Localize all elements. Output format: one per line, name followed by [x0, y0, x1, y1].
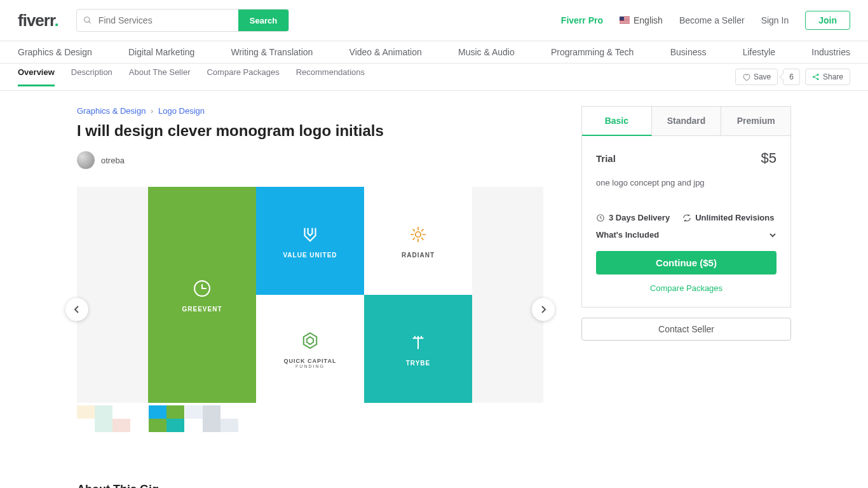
gig-title: I will design clever monogram logo initi… — [77, 122, 543, 140]
cat-digital-marketing[interactable]: Digital Marketing — [128, 47, 194, 57]
tab-recommendations[interactable]: Recommendations — [296, 67, 365, 86]
contact-seller-button[interactable]: Contact Seller — [581, 318, 791, 341]
search-button[interactable]: Search — [238, 10, 288, 31]
svg-line-5 — [814, 75, 817, 77]
cat-music-audio[interactable]: Music & Audio — [458, 47, 515, 57]
package-tab-premium[interactable]: Premium — [721, 107, 790, 136]
chevron-left-icon — [74, 305, 80, 314]
seller-avatar[interactable] — [77, 151, 95, 169]
sample-quick-capital: QUICK CAPITAL FUNDING — [256, 295, 364, 403]
search-input[interactable] — [98, 10, 238, 31]
become-seller-link[interactable]: Become a Seller — [679, 15, 745, 25]
chevron-right-icon — [540, 305, 546, 314]
fiverr-pro-link[interactable]: Fiverr Pro — [561, 15, 603, 25]
refresh-icon — [682, 214, 691, 222]
gallery-prev-button[interactable] — [65, 298, 88, 321]
breadcrumb: Graphics & Design › Logo Design — [77, 106, 543, 116]
chevron-down-icon — [769, 231, 776, 239]
gallery-next-button[interactable] — [532, 298, 555, 321]
clock-icon — [596, 214, 605, 222]
category-nav: Graphics & Design Digital Marketing Writ… — [0, 41, 868, 63]
gig-gallery: VALUE UNITED GREEVENT RADIANT QUICK CAPI… — [77, 187, 543, 432]
cat-writing-translation[interactable]: Writing & Translation — [231, 47, 313, 57]
search-icon — [77, 16, 98, 25]
cat-programming-tech[interactable]: Programming & Tech — [551, 47, 634, 57]
package-tab-standard[interactable]: Standard — [652, 107, 722, 136]
breadcrumb-category[interactable]: Graphics & Design — [77, 106, 146, 116]
share-button[interactable]: Share — [805, 69, 850, 85]
heart-icon — [742, 73, 750, 81]
us-flag-icon — [620, 17, 630, 24]
cat-industries[interactable]: Industries — [811, 47, 850, 57]
save-button[interactable]: Save — [735, 69, 778, 85]
svg-point-8 — [416, 231, 421, 237]
sample-trybe: TRYBE — [364, 295, 472, 403]
package-description: one logo concept png and jpg — [596, 178, 776, 187]
logo[interactable]: fiverr. — [18, 11, 58, 30]
svg-marker-10 — [307, 337, 313, 344]
search-box: Search — [76, 9, 289, 32]
cat-video-animation[interactable]: Video & Animation — [349, 47, 422, 57]
svg-point-0 — [85, 17, 90, 22]
breadcrumb-subcategory[interactable]: Logo Design — [158, 106, 205, 116]
cat-business[interactable]: Business — [670, 47, 707, 57]
seller-name[interactable]: otreba — [101, 156, 125, 165]
sign-in-link[interactable]: Sign In — [761, 15, 789, 25]
tab-compare-packages[interactable]: Compare Packages — [207, 67, 279, 86]
gallery-thumb-1[interactable] — [77, 405, 130, 432]
language-label: English — [634, 15, 663, 25]
gallery-thumb-2[interactable] — [131, 405, 184, 432]
delivery-time: 3 Days Delivery — [596, 213, 670, 222]
tab-overview[interactable]: Overview — [18, 67, 55, 86]
sample-radiant: RADIANT — [364, 187, 472, 295]
svg-line-1 — [89, 22, 91, 24]
cat-graphics-design[interactable]: Graphics & Design — [18, 47, 92, 57]
share-icon — [812, 73, 820, 81]
svg-marker-9 — [304, 333, 316, 348]
tab-description[interactable]: Description — [71, 67, 112, 86]
package-price: $5 — [761, 150, 776, 166]
gallery-thumb-3[interactable] — [185, 405, 238, 432]
sample-greevent: GREEVENT — [148, 187, 256, 403]
gallery-main-image[interactable]: VALUE UNITED GREEVENT RADIANT QUICK CAPI… — [77, 187, 543, 403]
revisions-count: Unlimited Revisions — [682, 213, 774, 222]
save-count: 6 — [783, 69, 800, 85]
join-button[interactable]: Join — [805, 11, 850, 30]
tab-about-seller[interactable]: About The Seller — [129, 67, 191, 86]
sample-value-united: VALUE UNITED — [256, 187, 364, 295]
package-tab-basic[interactable]: Basic — [582, 107, 652, 136]
continue-button[interactable]: Continue ($5) — [596, 251, 776, 274]
about-this-gig-heading: About This Gig — [77, 483, 543, 488]
compare-packages-link[interactable]: Compare Packages — [596, 283, 776, 293]
language-selector[interactable]: English — [620, 15, 663, 25]
svg-line-6 — [814, 78, 817, 79]
whats-included-toggle[interactable]: What's Included — [596, 230, 776, 240]
cat-lifestyle[interactable]: Lifestyle — [743, 47, 775, 57]
package-name: Trial — [596, 153, 616, 164]
